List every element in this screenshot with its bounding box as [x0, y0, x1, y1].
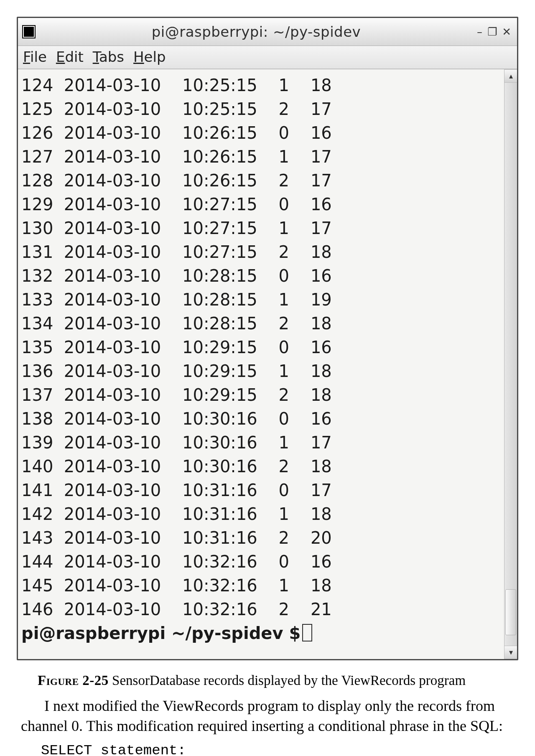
table-row: 134 2014-03-10 10:28:15 2 18	[21, 312, 504, 336]
scroll-down-icon[interactable]: ▾	[504, 646, 517, 659]
table-row: 127 2014-03-10 10:26:15 1 17	[21, 145, 504, 169]
cursor-icon	[302, 624, 312, 641]
figure-caption: Figure 2-25 SensorDatabase records displ…	[38, 673, 514, 688]
table-row: 124 2014-03-10 10:25:15 1 18	[21, 74, 504, 97]
vertical-scrollbar[interactable]: ▴ ▾	[504, 69, 517, 659]
body-paragraph: I next modified the ViewRecords program …	[21, 696, 514, 736]
menu-tabs[interactable]: Tabs	[93, 48, 124, 65]
table-row: 142 2014-03-10 10:31:16 1 18	[21, 502, 504, 526]
scrollbar-track[interactable]	[504, 83, 517, 646]
table-row: 146 2014-03-10 10:32:16 2 21	[21, 598, 504, 621]
table-row: 126 2014-03-10 10:26:15 0 16	[21, 121, 504, 145]
titlebar[interactable]: pi@raspberrypi: ~/py-spidev – ❐ ✕	[18, 18, 517, 46]
table-row: 132 2014-03-10 10:28:15 0 16	[21, 264, 504, 288]
close-button[interactable]: ✕	[502, 25, 511, 38]
table-row: 140 2014-03-10 10:30:16 2 18	[21, 455, 504, 479]
table-row: 143 2014-03-10 10:31:16 2 20	[21, 526, 504, 550]
table-row: 125 2014-03-10 10:25:15 2 17	[21, 97, 504, 121]
table-row: 144 2014-03-10 10:32:16 0 16	[21, 550, 504, 574]
menubar: File Edit Tabs Help	[18, 46, 517, 69]
table-row: 129 2014-03-10 10:27:15 0 16	[21, 193, 504, 216]
prompt-symbol: $	[289, 624, 301, 643]
window-buttons: – ❐ ✕	[471, 25, 517, 38]
menu-file[interactable]: File	[23, 48, 47, 65]
shell-prompt[interactable]: pi@raspberrypi ~/py-spidev $	[21, 621, 504, 645]
maximize-button[interactable]: ❐	[487, 25, 497, 38]
terminal-icon	[22, 25, 36, 38]
table-row: 137 2014-03-10 10:29:15 2 18	[21, 383, 504, 407]
scroll-up-icon[interactable]: ▴	[504, 69, 517, 83]
page: pi@raspberrypi: ~/py-spidev – ❐ ✕ File E…	[0, 0, 535, 756]
menu-help[interactable]: Help	[133, 48, 166, 65]
table-row: 133 2014-03-10 10:28:15 1 19	[21, 288, 504, 312]
code-snippet: SELECT statement:	[41, 743, 518, 756]
table-row: 136 2014-03-10 10:29:15 1 18	[21, 359, 504, 383]
prompt-userhost: pi@raspberrypi	[21, 624, 166, 643]
prompt-path: ~/py-spidev	[171, 624, 283, 643]
terminal-window: pi@raspberrypi: ~/py-spidev – ❐ ✕ File E…	[17, 17, 518, 660]
figure-label: Figure 2-25	[38, 673, 109, 688]
body-paragraph-text: I next modified the ViewRecords program …	[21, 697, 503, 734]
table-row: 130 2014-03-10 10:27:15 1 17	[21, 216, 504, 240]
table-row: 139 2014-03-10 10:30:16 1 17	[21, 431, 504, 455]
minimize-button[interactable]: –	[477, 25, 482, 38]
terminal-output[interactable]: 124 2014-03-10 10:25:15 1 18125 2014-03-…	[18, 69, 504, 659]
table-row: 138 2014-03-10 10:30:16 0 16	[21, 407, 504, 431]
table-row: 141 2014-03-10 10:31:16 0 17	[21, 479, 504, 502]
figure-caption-text: SensorDatabase records displayed by the …	[109, 673, 466, 688]
table-row: 135 2014-03-10 10:29:15 0 16	[21, 336, 504, 359]
table-row: 145 2014-03-10 10:32:16 1 18	[21, 574, 504, 598]
scrollbar-thumb[interactable]	[505, 589, 516, 635]
menu-edit[interactable]: Edit	[56, 48, 84, 65]
table-row: 131 2014-03-10 10:27:15 2 18	[21, 240, 504, 264]
table-row: 128 2014-03-10 10:26:15 2 17	[21, 169, 504, 193]
window-title: pi@raspberrypi: ~/py-spidev	[41, 23, 471, 40]
terminal-body: 124 2014-03-10 10:25:15 1 18125 2014-03-…	[18, 69, 517, 659]
